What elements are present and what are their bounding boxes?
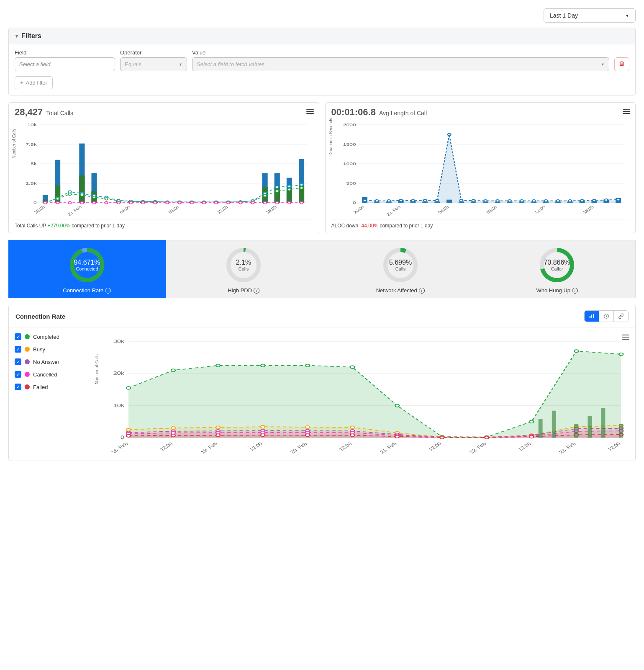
svg-point-75: [80, 194, 84, 196]
svg-text:2.5k: 2.5k: [26, 181, 37, 186]
legend-item-failed[interactable]: ✓Failed: [15, 384, 90, 390]
value-select[interactable]: Select a field to fetch values ▼: [192, 57, 609, 71]
chevron-down-icon: ▼: [625, 13, 629, 18]
total-calls-chart: 02.5k5k7.5k10k20:0023. Feb04:0008:0012:0…: [15, 120, 313, 216]
gauge-view-button[interactable]: [599, 311, 613, 322]
svg-text:20:00: 20:00: [33, 205, 46, 214]
svg-point-262: [305, 434, 310, 436]
svg-point-164: [484, 200, 487, 202]
svg-point-105: [178, 201, 181, 204]
legend-item-cancelled[interactable]: ✓Cancelled: [15, 371, 90, 378]
svg-point-165: [496, 200, 499, 202]
kpi-tab-high-pdd[interactable]: 2.1% Calls High PDDi: [166, 240, 323, 298]
svg-text:2000: 2000: [343, 122, 356, 127]
svg-text:08:00: 08:00: [485, 205, 498, 214]
svg-text:1000: 1000: [343, 161, 356, 166]
detail-panel: Connection Rate ✓Completed✓Busy✓No Answe…: [8, 305, 636, 461]
chart-menu-button[interactable]: [622, 333, 629, 341]
svg-point-173: [593, 199, 596, 201]
kpi-tab-connection-rate[interactable]: 94.671% Connected Connection Ratei: [8, 240, 166, 298]
legend-item-no-answer[interactable]: ✓No Answer: [15, 358, 90, 365]
svg-point-156: [387, 200, 390, 202]
kpi-tab-who-hung-up[interactable]: 70.866% Caller Who Hung Upi: [479, 240, 636, 298]
legend-item-busy[interactable]: ✓Busy: [15, 346, 90, 353]
field-select[interactable]: Select a field: [15, 57, 115, 71]
svg-point-223: [171, 427, 175, 429]
svg-point-211: [171, 369, 175, 371]
info-icon: i: [419, 288, 425, 294]
svg-point-220: [574, 350, 578, 352]
svg-point-100: [117, 201, 120, 204]
aloc-label: Avg Length of Call: [379, 110, 427, 116]
kpi-title: High PDDi: [228, 287, 259, 294]
time-range-select[interactable]: Last 1 Day ▼: [544, 8, 636, 23]
svg-text:22. Feb: 22. Feb: [468, 441, 488, 454]
svg-point-174: [604, 199, 608, 201]
add-filter-button[interactable]: + Add filter: [15, 76, 53, 89]
svg-text:21. Feb: 21. Feb: [379, 441, 398, 454]
info-icon: i: [105, 288, 111, 294]
svg-text:12:00: 12:00: [427, 441, 443, 452]
svg-rect-273: [588, 416, 592, 438]
svg-rect-47: [275, 187, 280, 203]
view-toggle: [584, 310, 629, 322]
aloc-footer: ALOC down -44.00% compared to prior 1 da…: [331, 219, 630, 229]
link-view-button[interactable]: [613, 311, 628, 322]
total-calls-footer: Total Calls UP +279.00% compared to prio…: [15, 219, 313, 229]
svg-point-70: [288, 185, 291, 187]
svg-rect-272: [574, 424, 578, 438]
filters-toggle[interactable]: ▼ Filters: [9, 28, 635, 44]
svg-point-266: [485, 436, 489, 439]
svg-text:Calls: Calls: [395, 266, 406, 271]
svg-point-258: [126, 434, 131, 437]
svg-point-226: [305, 426, 310, 428]
svg-text:5.699%: 5.699%: [389, 259, 412, 266]
link-icon: [618, 313, 624, 319]
color-dot-icon: [25, 334, 30, 339]
donut-icon: 5.699% Calls: [382, 246, 419, 284]
chevron-down-icon: ▼: [179, 62, 182, 67]
chart-menu-button[interactable]: [306, 108, 314, 115]
total-calls-label: Total Calls: [46, 110, 73, 116]
svg-point-108: [215, 201, 218, 204]
donut-icon: 94.671% Connected: [68, 246, 106, 284]
svg-rect-271: [552, 411, 556, 438]
svg-point-213: [261, 364, 265, 367]
filters-title: Filters: [21, 32, 41, 40]
svg-point-115: [300, 201, 303, 204]
svg-point-91: [275, 190, 279, 192]
kpi-title: Who Hung Upi: [536, 287, 578, 294]
legend-item-completed[interactable]: ✓Completed: [15, 333, 90, 340]
donut-icon: 70.866% Caller: [538, 246, 576, 284]
chart-menu-button[interactable]: [623, 108, 630, 115]
kpi-tab-network-affected[interactable]: 5.699% Calls Network Affectedi: [322, 240, 479, 298]
operator-select[interactable]: Equals ▼: [120, 57, 187, 71]
connection-rate-chart: 010k20k30k18. Feb12:0019. Feb12:0020. Fe…: [94, 333, 629, 455]
svg-text:94.671%: 94.671%: [74, 259, 100, 266]
trash-icon: [619, 62, 625, 68]
svg-text:Calls: Calls: [239, 266, 249, 271]
svg-point-225: [261, 425, 265, 428]
svg-point-219: [529, 420, 534, 423]
checkbox-icon: ✓: [15, 346, 21, 353]
svg-point-74: [68, 193, 72, 195]
svg-point-163: [472, 199, 475, 201]
operator-label: Operator: [120, 49, 187, 56]
svg-point-69: [275, 186, 279, 188]
svg-point-93: [300, 187, 303, 189]
filters-panel: ▼ Filters Field Select a field Operator …: [8, 28, 636, 95]
svg-rect-198: [590, 316, 590, 318]
svg-text:23. Feb: 23. Feb: [66, 205, 83, 216]
svg-point-214: [305, 364, 310, 367]
aloc-card: 00:01:06.8 Avg Length of Call Duration i…: [325, 102, 636, 233]
svg-rect-200: [593, 314, 594, 318]
svg-text:20. Feb: 20. Feb: [289, 441, 309, 454]
svg-point-157: [399, 199, 403, 201]
svg-point-227: [350, 426, 354, 428]
chart-view-button[interactable]: [585, 311, 599, 322]
svg-point-90: [263, 195, 267, 197]
delete-filter-button[interactable]: [614, 57, 629, 71]
total-calls-value: 28,427: [15, 107, 43, 118]
checkbox-icon: ✓: [15, 371, 21, 378]
svg-point-97: [80, 201, 84, 204]
